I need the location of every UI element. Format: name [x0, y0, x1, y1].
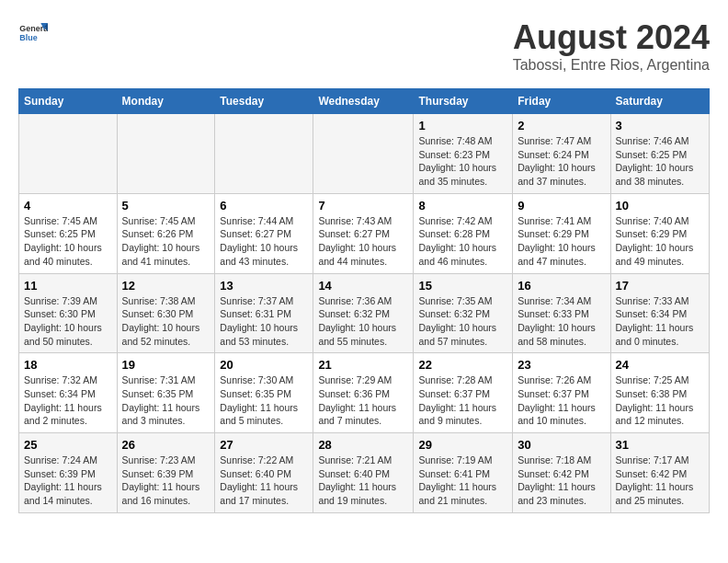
- calendar-week-row: 11Sunrise: 7:39 AM Sunset: 6:30 PM Dayli…: [19, 273, 710, 353]
- svg-text:Blue: Blue: [19, 33, 37, 42]
- day-info: Sunrise: 7:25 AM Sunset: 6:38 PM Dayligh…: [616, 374, 694, 426]
- calendar-day-3: 3Sunrise: 7:46 AM Sunset: 6:25 PM Daylig…: [610, 114, 710, 194]
- calendar-day-1: 1Sunrise: 7:48 AM Sunset: 6:23 PM Daylig…: [414, 114, 513, 194]
- day-info: Sunrise: 7:31 AM Sunset: 6:35 PM Dayligh…: [122, 374, 200, 426]
- empty-day-cell: [117, 114, 215, 194]
- day-info: Sunrise: 7:36 AM Sunset: 6:32 PM Dayligh…: [318, 295, 396, 347]
- calendar-day-13: 13Sunrise: 7:37 AM Sunset: 6:31 PM Dayli…: [215, 273, 313, 353]
- calendar-day-28: 28Sunrise: 7:21 AM Sunset: 6:40 PM Dayli…: [313, 433, 414, 513]
- empty-day-cell: [313, 114, 414, 194]
- day-number: 1: [418, 119, 507, 132]
- day-number: 16: [518, 279, 605, 293]
- logo: General Blue: [18, 18, 48, 48]
- day-info: Sunrise: 7:28 AM Sunset: 6:37 PM Dayligh…: [418, 374, 496, 426]
- calendar-day-16: 16Sunrise: 7:34 AM Sunset: 6:33 PM Dayli…: [513, 273, 610, 353]
- calendar-day-26: 26Sunrise: 7:23 AM Sunset: 6:39 PM Dayli…: [117, 433, 215, 513]
- day-info: Sunrise: 7:45 AM Sunset: 6:25 PM Dayligh…: [24, 215, 102, 267]
- day-number: 25: [24, 438, 112, 452]
- calendar-day-21: 21Sunrise: 7:29 AM Sunset: 6:36 PM Dayli…: [313, 353, 414, 433]
- day-number: 18: [24, 358, 112, 372]
- day-number: 13: [220, 279, 308, 293]
- day-info: Sunrise: 7:22 AM Sunset: 6:40 PM Dayligh…: [220, 454, 298, 506]
- calendar-day-18: 18Sunrise: 7:32 AM Sunset: 6:34 PM Dayli…: [19, 353, 118, 433]
- day-number: 19: [122, 358, 210, 372]
- day-number: 11: [24, 279, 112, 293]
- day-info: Sunrise: 7:37 AM Sunset: 6:31 PM Dayligh…: [220, 295, 298, 347]
- day-info: Sunrise: 7:18 AM Sunset: 6:42 PM Dayligh…: [518, 454, 596, 506]
- calendar-day-5: 5Sunrise: 7:45 AM Sunset: 6:26 PM Daylig…: [117, 193, 215, 273]
- calendar-day-17: 17Sunrise: 7:33 AM Sunset: 6:34 PM Dayli…: [610, 273, 710, 353]
- day-info: Sunrise: 7:34 AM Sunset: 6:33 PM Dayligh…: [518, 295, 596, 347]
- day-number: 2: [518, 119, 605, 132]
- day-number: 22: [418, 358, 507, 372]
- day-info: Sunrise: 7:39 AM Sunset: 6:30 PM Dayligh…: [24, 295, 102, 347]
- day-number: 30: [518, 438, 605, 452]
- page-header: General Blue August 2024 Tabossi, Entre …: [18, 18, 710, 74]
- day-info: Sunrise: 7:43 AM Sunset: 6:27 PM Dayligh…: [318, 215, 396, 267]
- calendar-day-10: 10Sunrise: 7:40 AM Sunset: 6:29 PM Dayli…: [610, 193, 710, 273]
- day-header-monday: Monday: [117, 89, 215, 114]
- subtitle: Tabossi, Entre Rios, Argentina: [513, 57, 710, 74]
- calendar-week-row: 25Sunrise: 7:24 AM Sunset: 6:39 PM Dayli…: [19, 433, 710, 513]
- day-info: Sunrise: 7:47 AM Sunset: 6:24 PM Dayligh…: [518, 135, 596, 187]
- day-number: 8: [418, 199, 507, 213]
- day-number: 12: [122, 279, 210, 293]
- day-number: 29: [418, 438, 507, 452]
- day-info: Sunrise: 7:19 AM Sunset: 6:41 PM Dayligh…: [418, 454, 496, 506]
- day-number: 31: [616, 438, 705, 452]
- day-number: 20: [220, 358, 308, 372]
- day-number: 9: [518, 199, 605, 213]
- day-info: Sunrise: 7:23 AM Sunset: 6:39 PM Dayligh…: [122, 454, 200, 506]
- day-number: 6: [220, 199, 308, 213]
- calendar-header-row: SundayMondayTuesdayWednesdayThursdayFrid…: [19, 89, 710, 114]
- day-number: 15: [418, 279, 507, 293]
- calendar-table: SundayMondayTuesdayWednesdayThursdayFrid…: [18, 88, 710, 513]
- calendar-day-2: 2Sunrise: 7:47 AM Sunset: 6:24 PM Daylig…: [513, 114, 610, 194]
- calendar-week-row: 18Sunrise: 7:32 AM Sunset: 6:34 PM Dayli…: [19, 353, 710, 433]
- day-number: 21: [318, 358, 408, 372]
- day-info: Sunrise: 7:48 AM Sunset: 6:23 PM Dayligh…: [418, 135, 496, 187]
- day-number: 26: [122, 438, 210, 452]
- calendar-day-6: 6Sunrise: 7:44 AM Sunset: 6:27 PM Daylig…: [215, 193, 313, 273]
- calendar-day-22: 22Sunrise: 7:28 AM Sunset: 6:37 PM Dayli…: [414, 353, 513, 433]
- calendar-day-29: 29Sunrise: 7:19 AM Sunset: 6:41 PM Dayli…: [414, 433, 513, 513]
- day-header-thursday: Thursday: [414, 89, 513, 114]
- day-header-friday: Friday: [513, 89, 610, 114]
- day-info: Sunrise: 7:35 AM Sunset: 6:32 PM Dayligh…: [418, 295, 496, 347]
- day-info: Sunrise: 7:44 AM Sunset: 6:27 PM Dayligh…: [220, 215, 298, 267]
- calendar-day-20: 20Sunrise: 7:30 AM Sunset: 6:35 PM Dayli…: [215, 353, 313, 433]
- day-info: Sunrise: 7:38 AM Sunset: 6:30 PM Dayligh…: [122, 295, 200, 347]
- calendar-day-19: 19Sunrise: 7:31 AM Sunset: 6:35 PM Dayli…: [117, 353, 215, 433]
- day-number: 3: [616, 119, 705, 132]
- calendar-day-31: 31Sunrise: 7:17 AM Sunset: 6:42 PM Dayli…: [610, 433, 710, 513]
- day-info: Sunrise: 7:46 AM Sunset: 6:25 PM Dayligh…: [616, 135, 694, 187]
- day-number: 24: [616, 358, 705, 372]
- calendar-day-8: 8Sunrise: 7:42 AM Sunset: 6:28 PM Daylig…: [414, 193, 513, 273]
- calendar-day-30: 30Sunrise: 7:18 AM Sunset: 6:42 PM Dayli…: [513, 433, 610, 513]
- day-info: Sunrise: 7:21 AM Sunset: 6:40 PM Dayligh…: [318, 454, 396, 506]
- day-header-wednesday: Wednesday: [313, 89, 414, 114]
- day-info: Sunrise: 7:30 AM Sunset: 6:35 PM Dayligh…: [220, 374, 298, 426]
- day-info: Sunrise: 7:45 AM Sunset: 6:26 PM Dayligh…: [122, 215, 200, 267]
- day-header-saturday: Saturday: [610, 89, 710, 114]
- calendar-day-12: 12Sunrise: 7:38 AM Sunset: 6:30 PM Dayli…: [117, 273, 215, 353]
- calendar-day-24: 24Sunrise: 7:25 AM Sunset: 6:38 PM Dayli…: [610, 353, 710, 433]
- calendar-day-9: 9Sunrise: 7:41 AM Sunset: 6:29 PM Daylig…: [513, 193, 610, 273]
- day-number: 4: [24, 199, 112, 213]
- day-header-sunday: Sunday: [19, 89, 118, 114]
- calendar-day-23: 23Sunrise: 7:26 AM Sunset: 6:37 PM Dayli…: [513, 353, 610, 433]
- day-number: 10: [616, 199, 705, 213]
- day-number: 23: [518, 358, 605, 372]
- day-info: Sunrise: 7:42 AM Sunset: 6:28 PM Dayligh…: [418, 215, 496, 267]
- calendar-day-7: 7Sunrise: 7:43 AM Sunset: 6:27 PM Daylig…: [313, 193, 414, 273]
- day-number: 7: [318, 199, 408, 213]
- day-number: 14: [318, 279, 408, 293]
- calendar-week-row: 4Sunrise: 7:45 AM Sunset: 6:25 PM Daylig…: [19, 193, 710, 273]
- empty-day-cell: [19, 114, 118, 194]
- logo-icon: General Blue: [18, 18, 48, 48]
- day-header-tuesday: Tuesday: [215, 89, 313, 114]
- day-info: Sunrise: 7:26 AM Sunset: 6:37 PM Dayligh…: [518, 374, 596, 426]
- day-info: Sunrise: 7:32 AM Sunset: 6:34 PM Dayligh…: [24, 374, 102, 426]
- main-title: August 2024: [513, 18, 710, 57]
- day-number: 28: [318, 438, 408, 452]
